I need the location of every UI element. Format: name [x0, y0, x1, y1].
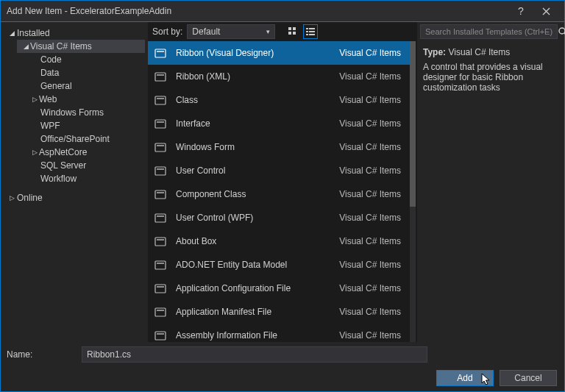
- template-item[interactable]: Ribbon (Visual Designer)Visual C# Items: [148, 41, 410, 65]
- chevron-right-icon: ▷: [7, 194, 17, 202]
- template-item[interactable]: Application Configuration FileVisual C# …: [148, 277, 410, 300]
- sidebar-item-sqlserver[interactable]: SQL Server: [17, 159, 145, 172]
- sidebar-item-workflow[interactable]: Workflow: [17, 172, 145, 185]
- template-category: Visual C# Items: [339, 260, 404, 270]
- svg-rect-0: [288, 27, 291, 30]
- detail-description: A control that provides a visual designe…: [423, 62, 558, 93]
- svg-rect-32: [155, 308, 166, 316]
- template-item[interactable]: Assembly Information FileVisual C# Items: [148, 324, 410, 342]
- svg-rect-25: [157, 215, 164, 217]
- template-item[interactable]: User ControlVisual C# Items: [148, 159, 410, 182]
- svg-rect-33: [157, 310, 164, 311]
- chevron-right-icon: ▷: [30, 96, 39, 103]
- view-medium-icons[interactable]: [285, 24, 300, 39]
- svg-rect-20: [155, 167, 166, 175]
- svg-rect-24: [155, 214, 166, 222]
- template-item[interactable]: User Control (WPF)Visual C# Items: [148, 206, 410, 229]
- svg-rect-31: [157, 286, 164, 288]
- template-icon: [154, 93, 168, 107]
- add-button[interactable]: Add: [436, 370, 494, 386]
- svg-rect-14: [155, 96, 166, 104]
- svg-rect-12: [155, 73, 166, 81]
- svg-rect-6: [306, 31, 308, 32]
- template-label: Class: [176, 95, 332, 105]
- sidebar-item-code[interactable]: Code: [17, 53, 145, 66]
- sidebar-item-web[interactable]: ▷Web: [17, 93, 145, 106]
- template-item[interactable]: InterfaceVisual C# Items: [148, 112, 410, 135]
- template-label: Interface: [176, 118, 332, 129]
- sidebar-online[interactable]: ▷ Online: [4, 191, 145, 204]
- name-label: Name:: [7, 349, 77, 360]
- template-list[interactable]: Ribbon (Visual Designer)Visual C# ItemsR…: [148, 41, 410, 342]
- svg-rect-13: [157, 74, 164, 76]
- sidebar-item-office[interactable]: Office/SharePoint: [17, 132, 145, 146]
- svg-rect-22: [155, 190, 166, 199]
- svg-rect-30: [155, 285, 166, 293]
- svg-rect-35: [157, 333, 164, 335]
- svg-rect-11: [157, 51, 164, 52]
- template-item[interactable]: About BoxVisual C# Items: [148, 229, 410, 253]
- template-category: Visual C# Items: [339, 283, 404, 293]
- svg-rect-10: [155, 49, 166, 57]
- svg-rect-23: [157, 192, 164, 193]
- sidebar-item-winforms[interactable]: Windows Forms: [17, 106, 145, 119]
- view-details[interactable]: [303, 24, 318, 39]
- search-input[interactable]: Search Installed Templates (Ctrl+E): [420, 24, 558, 39]
- search-placeholder: Search Installed Templates (Ctrl+E): [425, 27, 552, 36]
- template-label: ADO.NET Entity Data Model: [176, 260, 332, 270]
- template-item[interactable]: ADO.NET Entity Data ModelVisual C# Items: [148, 253, 410, 277]
- chevron-down-icon: ◢: [7, 29, 17, 37]
- svg-rect-34: [155, 332, 166, 340]
- svg-rect-26: [155, 238, 166, 246]
- template-item[interactable]: Component ClassVisual C# Items: [148, 182, 410, 206]
- sidebar-item-data[interactable]: Data: [17, 66, 145, 79]
- center-toolbar: Sort by: Default ▾: [148, 22, 417, 41]
- template-category: Visual C# Items: [339, 142, 404, 152]
- sidebar-item-aspnetcore[interactable]: ▷AspNetCore: [17, 146, 145, 159]
- svg-point-36: [559, 28, 565, 34]
- template-icon: [154, 188, 168, 201]
- sidebar-item-general[interactable]: General: [17, 79, 145, 93]
- window-title: Add New Item - ExceleratorExampleAddin: [7, 6, 508, 16]
- template-category: Visual C# Items: [339, 118, 404, 129]
- svg-rect-3: [293, 32, 296, 35]
- right-panel: Search Installed Templates (Ctrl+E) ▾ Ty…: [417, 22, 564, 342]
- template-label: About Box: [176, 236, 332, 246]
- template-item[interactable]: Windows FormVisual C# Items: [148, 135, 410, 159]
- template-category: Visual C# Items: [339, 236, 404, 246]
- sortby-select[interactable]: Default ▾: [187, 24, 275, 39]
- name-input[interactable]: [82, 346, 427, 363]
- chevron-right-icon: ▷: [30, 149, 39, 156]
- sidebar-installed[interactable]: ◢ Installed: [4, 26, 145, 40]
- svg-rect-21: [157, 168, 164, 170]
- cancel-button[interactable]: Cancel: [500, 370, 557, 386]
- svg-rect-29: [157, 263, 164, 264]
- titlebar: Add New Item - ExceleratorExampleAddin ?: [0, 0, 565, 22]
- help-button[interactable]: ?: [508, 1, 533, 21]
- template-item[interactable]: ClassVisual C# Items: [148, 88, 410, 112]
- svg-rect-17: [157, 121, 164, 123]
- detail-type-value: Visual C# Items: [448, 47, 510, 57]
- template-label: Application Configuration File: [176, 283, 332, 293]
- chevron-down-icon: ◢: [21, 43, 30, 50]
- svg-rect-19: [157, 145, 164, 146]
- scrollbar-thumb[interactable]: [410, 41, 416, 207]
- sidebar-item-wpf[interactable]: WPF: [17, 119, 145, 132]
- template-category: Visual C# Items: [339, 71, 404, 82]
- template-icon: [154, 235, 168, 248]
- template-label: Component Class: [176, 189, 332, 199]
- sidebar-root-category[interactable]: ◢ Visual C# Items: [17, 40, 145, 53]
- svg-rect-15: [157, 98, 164, 99]
- template-item[interactable]: Application Manifest FileVisual C# Items: [148, 300, 410, 324]
- template-item[interactable]: Ribbon (XML)Visual C# Items: [148, 65, 410, 88]
- scrollbar[interactable]: [410, 41, 416, 342]
- template-label: User Control (WPF): [176, 213, 332, 223]
- template-label: Assembly Information File: [176, 330, 332, 341]
- svg-rect-9: [309, 34, 315, 35]
- svg-rect-7: [309, 31, 315, 32]
- search-icon[interactable]: ▾: [558, 26, 565, 37]
- svg-rect-4: [306, 28, 308, 29]
- close-button[interactable]: [533, 1, 558, 21]
- template-icon: [154, 117, 168, 130]
- template-icon: [154, 305, 168, 318]
